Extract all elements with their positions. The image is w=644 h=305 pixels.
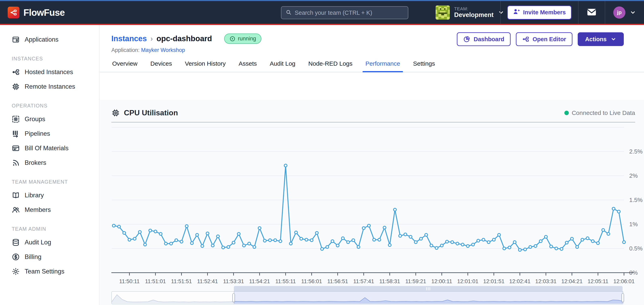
chevron-down-icon (630, 9, 636, 15)
svg-text:11:57:41: 11:57:41 (353, 278, 374, 285)
sidebar-item-members[interactable]: Members (0, 203, 99, 217)
brush-drag-bar[interactable] (234, 286, 622, 291)
live-dot-icon (564, 111, 569, 115)
sidebar-item-bill-of-materials[interactable]: Bill Of Materials (0, 141, 99, 156)
flowfuse-logo[interactable]: FlowFuse (0, 7, 65, 18)
svg-text:0.5%: 0.5% (629, 245, 642, 252)
gear-icon (12, 268, 20, 276)
groups-icon (12, 115, 20, 123)
sidebar-item-label: Library (25, 192, 44, 199)
sidebar-item-label: Groups (25, 116, 45, 123)
users-icon (12, 206, 20, 214)
svg-text:11:56:01: 11:56:01 (301, 278, 322, 285)
tab-version-history[interactable]: Version History (184, 60, 226, 72)
svg-text:12:04:21: 12:04:21 (561, 278, 582, 285)
tab-assets[interactable]: Assets (238, 60, 258, 72)
svg-text:2%: 2% (629, 173, 638, 179)
svg-text:12:01:01: 12:01:01 (457, 278, 478, 285)
svg-text:11:55:11: 11:55:11 (275, 278, 296, 285)
tab-node-red-logs[interactable]: Node-RED Logs (308, 60, 353, 72)
tab-audit-log[interactable]: Audit Log (269, 60, 296, 72)
cpu-chip-icon (12, 83, 20, 91)
open-editor-button-label: Open Editor (532, 36, 566, 43)
invite-members-label: Invite Members (523, 9, 566, 16)
actions-button[interactable]: Actions (578, 32, 624, 46)
tab-settings[interactable]: Settings (412, 60, 436, 72)
page-header: Instances › opc-dashboard running Applic… (100, 25, 644, 53)
tab-overview[interactable]: Overview (112, 60, 138, 72)
svg-text:11:53:31: 11:53:31 (223, 278, 244, 285)
panel-title: CPU Utilisation (112, 109, 178, 117)
search-input[interactable] (295, 9, 404, 16)
live-status-label: Connected to Live Data (572, 109, 635, 116)
sidebar-item-label: Brokers (25, 159, 46, 166)
user-menu[interactable]: jp (605, 6, 644, 18)
sidebar-item-label: Bill Of Materials (25, 145, 68, 152)
dashboard-button-label: Dashboard (474, 36, 504, 43)
svg-text:12:01:51: 12:01:51 (483, 278, 504, 285)
sidebar-item-audit-log[interactable]: Audit Log (0, 235, 99, 250)
cpu-chip-icon (112, 109, 120, 117)
brush-selected-region[interactable] (234, 291, 622, 304)
search-input-wrapper[interactable] (281, 6, 408, 19)
sidebar-item-pipelines[interactable]: Pipelines (0, 126, 99, 141)
sidebar-item-team-settings[interactable]: Team Settings (0, 264, 99, 279)
dashboard-button[interactable]: Dashboard (457, 32, 510, 46)
brush-handle-right[interactable] (622, 293, 624, 302)
main-content: Instances › opc-dashboard running Applic… (100, 25, 644, 305)
sidebar-item-brokers[interactable]: Brokers (0, 156, 99, 170)
application-link[interactable]: Mayker Workshop (141, 47, 185, 53)
sidebar-section-team-management: TEAM MANAGEMENT (12, 179, 99, 185)
sidebar-item-library[interactable]: Library (0, 188, 99, 203)
svg-text:11:51:51: 11:51:51 (171, 278, 192, 285)
panel-header: CPU Utilisation Connected to Live Data (112, 100, 635, 117)
play-circle-icon (230, 36, 236, 42)
tab-devices[interactable]: Devices (150, 60, 173, 72)
team-avatar (436, 5, 450, 19)
open-editor-button[interactable]: Open Editor (516, 32, 572, 46)
top-navbar: FlowFuse (0, 0, 644, 25)
envelope-icon (587, 8, 596, 17)
svg-text:12:00:11: 12:00:11 (431, 278, 452, 285)
search-icon (286, 9, 292, 16)
svg-text:12:03:31: 12:03:31 (535, 278, 556, 285)
notifications-button[interactable] (578, 8, 605, 17)
svg-text:12:05:11: 12:05:11 (588, 278, 608, 285)
sidebar-item-label: Billing (25, 253, 42, 261)
sidebar-item-label: Members (25, 206, 51, 214)
sidebar-item-label: Audit Log (25, 239, 51, 246)
breadcrumb-instances-link[interactable]: Instances (112, 34, 147, 43)
database-icon (12, 238, 20, 247)
fork-icon (522, 35, 530, 43)
status-badge-label: running (238, 35, 256, 42)
bill-of-materials-icon (12, 144, 20, 152)
cpu-chart-svg: 0%0.5%1%1.5%2%2.5%11:50:1111:51:0111:51:… (112, 124, 644, 285)
invite-members-button[interactable]: Invite Members (507, 5, 572, 19)
application-line: Application: Mayker Workshop (112, 47, 644, 53)
drag-grip-icon (426, 287, 430, 290)
sidebar-item-billing[interactable]: Billing (0, 250, 99, 264)
instance-tabs: Overview Devices Version History Assets … (100, 60, 644, 72)
sidebar-item-groups[interactable]: Groups (0, 112, 99, 126)
svg-text:11:56:51: 11:56:51 (327, 278, 348, 285)
sidebar-item-label: Applications (25, 36, 58, 43)
sidebar-item-applications[interactable]: Applications (0, 32, 99, 47)
user-plus-icon (513, 8, 520, 16)
brush-handle-left[interactable] (232, 293, 235, 302)
sidebar-item-hosted-instances[interactable]: Hosted Instances (0, 65, 99, 79)
svg-text:11:52:41: 11:52:41 (197, 278, 218, 285)
svg-text:1%: 1% (629, 221, 638, 227)
currency-dollar-icon (12, 253, 20, 261)
sidebar-item-remote-instances[interactable]: Remote Instances (0, 79, 99, 94)
svg-text:11:51:01: 11:51:01 (145, 278, 166, 285)
svg-text:11:50:11: 11:50:11 (119, 278, 140, 285)
brush-selection[interactable] (234, 286, 622, 305)
live-status: Connected to Live Data (564, 109, 635, 116)
svg-text:2.5%: 2.5% (629, 148, 642, 155)
panel-divider (112, 122, 635, 122)
page-title: opc-dashboard (156, 34, 212, 43)
actions-button-label: Actions (585, 36, 606, 43)
team-selector[interactable]: TEAM: Development (428, 5, 500, 19)
breadcrumb-separator: › (150, 34, 153, 43)
tab-performance[interactable]: Performance (365, 60, 401, 72)
